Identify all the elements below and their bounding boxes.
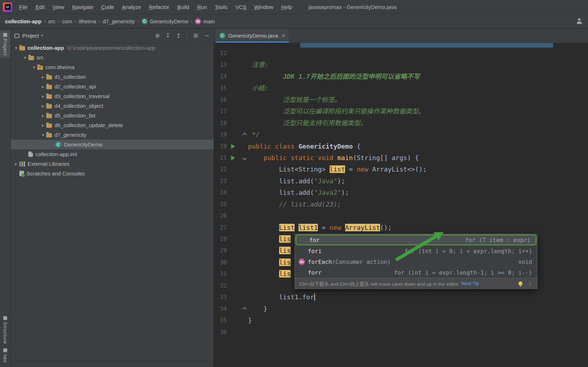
tool-stripe-project[interactable]: Project (0, 31, 10, 58)
code-line[interactable]: 26 (214, 210, 588, 222)
tool-stripe-bottom: Structureites (0, 314, 10, 365)
chevron-down-icon[interactable]: ▾ (22, 55, 28, 60)
code-line[interactable]: 20public class GenericityDemo { (214, 141, 588, 152)
tree-item[interactable]: ▾collection-appD:\code\javasepromax\coll… (11, 43, 214, 53)
code-line[interactable]: 35} (214, 315, 588, 326)
tree-item[interactable]: ▾src (11, 53, 214, 62)
code-line[interactable]: 34 } (214, 303, 588, 315)
code-line[interactable]: 19 */ (214, 129, 588, 140)
chevron-right-icon[interactable]: ▸ (40, 103, 46, 108)
tree-item[interactable]: ▾com.itheima (11, 62, 214, 72)
code-line[interactable]: 27 List list1 = new ArrayList(); (214, 222, 588, 233)
text-caret (314, 293, 315, 301)
tree-item[interactable]: ▸d6_collection_update_delete (11, 120, 214, 130)
run-icon[interactable] (231, 155, 235, 160)
menu-help[interactable]: Help (277, 2, 296, 12)
chevron-right-icon[interactable]: ▸ (40, 123, 46, 128)
code-line[interactable]: 25 // list.add(23); (214, 199, 588, 210)
locate-icon[interactable]: ⊕ (155, 32, 159, 39)
project-panel-title[interactable]: Project (22, 33, 39, 39)
chevron-right-icon[interactable]: ▸ (40, 74, 46, 79)
menu-edit[interactable]: Edit (32, 2, 49, 12)
chevron-right-icon[interactable]: ▸ (40, 94, 46, 99)
breadcrumb-item[interactable]: d7_genericity (103, 18, 135, 24)
tree-item[interactable]: ▸d5_collection_list (11, 111, 214, 120)
tab-genericitydemo[interactable]: C GenericityDemo.java × (216, 29, 289, 43)
code-line[interactable]: 36 (214, 327, 588, 338)
code-line[interactable]: 23 list.add("Java"); (214, 175, 588, 187)
completion-item-name: forr (308, 269, 322, 276)
close-icon[interactable]: × (282, 33, 285, 39)
completion-item[interactable]: forfor (T item : expr) (296, 235, 536, 245)
breadcrumb-item[interactable]: mmain (195, 18, 215, 24)
chevron-right-icon[interactable]: ▸ (40, 84, 46, 89)
tree-item[interactable]: ▸d2_collection_api (11, 82, 214, 91)
chevron-down-icon[interactable]: ▾ (31, 65, 37, 70)
menu-build[interactable]: Build (173, 2, 193, 12)
code-line[interactable]: 21 public static void main(String[] args… (214, 152, 588, 164)
completion-item[interactable]: forrfor (int i = expr.length-1; i >= 0; … (295, 267, 537, 278)
menu-vcs[interactable]: VCS (231, 2, 250, 12)
menu-file[interactable]: File (15, 2, 32, 12)
code-line[interactable]: 13 注意: (214, 59, 588, 71)
run-icon[interactable] (231, 144, 235, 149)
menu-analyze[interactable]: Analyze (118, 2, 145, 12)
completion-list: forfor (T item : expr)forifor (int i = 0… (295, 235, 537, 278)
next-tip-link[interactable]: Next Tip (461, 281, 479, 286)
code-line[interactable]: 16 泛型就是一个标签。 (214, 94, 588, 106)
chevron-down-icon[interactable]: ▾ (40, 132, 46, 137)
tree-item[interactable]: Scratches and Consoles (11, 169, 214, 178)
code-editor[interactable]: 1213 注意:14 JDK 1.7开始之后后面的泛型申明可以省略不写15 小结… (214, 43, 588, 367)
tree-item[interactable]: ▸d4_collection_object (11, 101, 214, 111)
gutter (227, 129, 244, 140)
code-line[interactable]: 22 List<String> list = new ArrayList<>()… (214, 164, 588, 175)
gutter (227, 71, 244, 82)
tree-item[interactable]: CGenericityDemo (11, 140, 214, 149)
hide-panel-icon[interactable]: − (205, 32, 209, 39)
menu-run[interactable]: Run (193, 2, 211, 12)
breadcrumb-item[interactable]: itheima (79, 18, 96, 24)
menu-view[interactable]: View (49, 2, 68, 12)
chevron-down-icon[interactable]: ▾ (41, 33, 43, 38)
breadcrumb-item[interactable]: CGenericityDemo (142, 18, 188, 24)
settings-gear-icon[interactable] (193, 33, 199, 39)
code-text (244, 210, 248, 222)
completion-item-name: for (309, 237, 320, 243)
collapse-all-icon[interactable]: ↥ (176, 32, 181, 39)
tool-stripe-structure[interactable]: Structure (0, 314, 10, 346)
tree-item[interactable]: ▸d1_collection (11, 72, 214, 82)
tree-item[interactable]: ▾d7_genericity (11, 130, 214, 140)
menu-navigate[interactable]: Navigate (68, 2, 97, 12)
menu-tools[interactable]: Tools (211, 2, 231, 12)
tree-item[interactable]: ▸External Libraries (11, 159, 214, 169)
breadcrumb-item[interactable]: com (62, 18, 72, 24)
menu-code[interactable]: Code (97, 2, 118, 12)
code-text: public static void main(String[] args) { (244, 152, 419, 164)
expand-all-icon[interactable]: ↧ (166, 32, 170, 39)
code-line[interactable]: 17 泛型可以在编译阶段约束只能操作某种数据类型。 (214, 106, 588, 117)
code-line[interactable]: 33 list1.for (214, 291, 588, 303)
more-options-icon[interactable]: ⋮ (527, 280, 533, 287)
menu-window[interactable]: Window (250, 2, 277, 12)
code-text: } (244, 303, 267, 315)
chevron-down-icon[interactable]: ▾ (13, 45, 19, 50)
chevron-right-icon[interactable]: ▸ (13, 161, 19, 166)
user-icon[interactable] (577, 18, 582, 24)
completion-item[interactable]: forifor (int i = 0; i < expr.length; i++… (295, 246, 537, 256)
code-line[interactable]: 18 泛型只能支持引用数据类型。 (214, 117, 588, 129)
menu-refactor[interactable]: Refactor (145, 2, 173, 12)
gutter (227, 210, 244, 222)
completion-item[interactable]: mforEach(Consumer action)void (295, 256, 537, 267)
breadcrumb-item[interactable]: src (48, 18, 55, 24)
tree-item[interactable]: collection-app.iml (11, 149, 214, 159)
gutter (227, 245, 244, 256)
chevron-right-icon[interactable]: ▸ (40, 113, 46, 118)
code-line[interactable]: 15 小结: (214, 82, 588, 94)
code-line[interactable]: 14 JDK 1.7开始之后后面的泛型申明可以省略不写 (214, 71, 588, 82)
breadcrumb-item[interactable]: collection-app (5, 18, 42, 24)
tree-item[interactable]: ▸d3_collection_traversal (11, 91, 214, 101)
code-line[interactable]: 12 (214, 48, 588, 59)
code-line[interactable]: 24 list.add("Java2"); (214, 187, 588, 198)
lightbulb-icon[interactable] (518, 281, 522, 285)
tool-stripe-ites[interactable]: ites (0, 346, 10, 365)
